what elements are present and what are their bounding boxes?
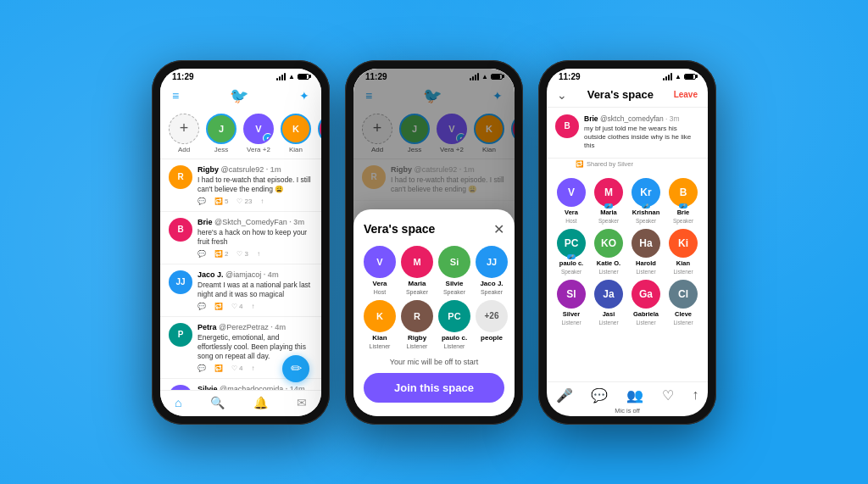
- tab-messages[interactable]: ✉: [297, 396, 307, 409]
- story-kian[interactable]: K Kian: [281, 114, 311, 153]
- space-view-paulo[interactable]: PC 🎤 paulo c. Speaker: [555, 229, 587, 275]
- shared-label: 🔁 Shared by Silver: [547, 159, 708, 171]
- space-view-silver[interactable]: Sl Silver Listener: [555, 280, 587, 325]
- tweet-jaco[interactable]: JJ Jaco J. @iamjacoj · 4m Dreamt I was a…: [160, 264, 321, 317]
- sparkle-icon[interactable]: ✦: [299, 89, 309, 103]
- speaker-mic-badge-4: 🎤: [567, 254, 576, 259]
- wifi-icon-3: ▲: [675, 73, 682, 81]
- tweet-avatar-rigby: R: [169, 165, 192, 189]
- people-button[interactable]: 👥: [626, 387, 643, 403]
- space-modal: Vera's space ✕ V Vera Host M Maria Speak…: [353, 209, 515, 416]
- space-tweet-avatar: B: [555, 114, 579, 138]
- tab-notifications[interactable]: 🔔: [253, 396, 268, 409]
- story-avatar-suze: S: [318, 114, 321, 144]
- space-view-avatar-brie: B 🎤: [669, 178, 698, 207]
- story-avatar-jess: J: [206, 114, 236, 144]
- space-view-avatar-kian: Ki: [669, 229, 698, 258]
- space-people-grid: V Vera Host M Maria Speaker Si Silvie Sp…: [364, 246, 504, 349]
- space-view-gabriela[interactable]: Ga Gabriela Listener: [630, 280, 662, 325]
- story-avatar-kian: K: [281, 114, 311, 144]
- space-view-avatar-gabriela: Ga: [632, 280, 660, 309]
- space-view-avatar-harold: Ha: [632, 229, 660, 258]
- space-view-avatar-krishnan: Kr 🎤: [632, 178, 660, 207]
- story-label-vera: Vera +2: [247, 146, 270, 153]
- space-view-cleve[interactable]: Cl Cleve Listener: [667, 280, 699, 325]
- tweet-avatar-jaco: JJ: [169, 270, 192, 294]
- modal-title: Vera's space: [364, 222, 435, 236]
- modal-header: Vera's space ✕: [364, 221, 504, 237]
- story-vera[interactable]: V● Vera +2: [243, 114, 274, 153]
- more-space-button[interactable]: ↑: [692, 387, 698, 403]
- story-add[interactable]: + Add: [169, 114, 199, 153]
- space-tweet: B Brie @sktch_comedyfan · 3m my bf just …: [547, 108, 708, 159]
- space-avatar-paulo: PC: [438, 300, 470, 332]
- time-3: 11:29: [559, 72, 581, 81]
- space-person-vera[interactable]: V Vera Host: [364, 246, 396, 295]
- story-label-add: Add: [178, 146, 190, 153]
- story-suze[interactable]: S Suze: [318, 114, 321, 153]
- space-view-avatar-katie: KO: [594, 229, 623, 258]
- story-label-kian: Kian: [289, 146, 303, 153]
- modal-close-button[interactable]: ✕: [493, 221, 504, 237]
- story-jess[interactable]: J Jess: [206, 114, 236, 153]
- compose-fab[interactable]: ✏: [282, 355, 309, 382]
- tab-search[interactable]: 🔍: [210, 396, 225, 409]
- space-view-avatar-vera: V: [557, 178, 586, 207]
- space-view-header: ⌄ Vera's space Leave: [547, 83, 708, 108]
- space-tweet-content: Brie @sktch_comedyfan · 3m my bf just to…: [584, 114, 699, 151]
- tweet-brie[interactable]: B Brie @Sktch_ComedyFan · 3m here's a ha…: [160, 212, 321, 264]
- space-view-avatar-cleve: Cl: [669, 280, 698, 309]
- space-view-jasi[interactable]: Ja Jasi Listener: [593, 280, 625, 325]
- space-bottom-bar: 🎤 💬 👥 ♡ ↑: [547, 381, 708, 407]
- status-icons-1: ▲: [276, 73, 309, 81]
- mic-toggle-button[interactable]: 🎤: [556, 387, 573, 403]
- mic-notice: Your mic will be off to start: [364, 358, 504, 366]
- phone-2-screen: 11:29 ▲ ≡ 🐦 ✦ + Add J Jess: [353, 69, 515, 416]
- speaker-mic-badge-3: 🎤: [679, 203, 687, 209]
- tweet-rigby[interactable]: R Rigby @catsrule92 · 1m I had to re-wat…: [160, 159, 321, 212]
- wifi-icon: ▲: [288, 73, 295, 81]
- space-view-katie[interactable]: KO Katie O. Listener: [593, 229, 625, 275]
- twitter-logo: 🐦: [230, 86, 248, 105]
- status-bar-1: 11:29 ▲: [160, 69, 321, 83]
- space-view-kian[interactable]: Ki Kian Listener: [667, 229, 699, 275]
- space-person-paulo[interactable]: PC paulo c. Listener: [438, 300, 470, 349]
- space-avatar-silvie: Si: [438, 246, 470, 278]
- battery-icon-3: [684, 74, 696, 80]
- space-person-plus[interactable]: +26 people: [476, 300, 508, 349]
- bottom-bar-1: ⌂ 🔍 🔔 ✉: [160, 390, 321, 416]
- space-view-brie[interactable]: B 🎤 Brie Speaker: [667, 178, 699, 224]
- space-person-maria[interactable]: M Maria Speaker: [401, 246, 433, 295]
- space-person-jaco[interactable]: JJ Jaco J. Speaker: [476, 246, 508, 295]
- plus-count: +26: [476, 300, 508, 332]
- space-view-krishnan[interactable]: Kr 🎤 Krishnan Speaker: [630, 178, 662, 224]
- share-space-button[interactable]: ♡: [662, 387, 674, 403]
- phone-3: 11:29 ▲ ⌄ Vera's space Leave B Brie: [538, 60, 716, 425]
- space-view-avatar-maria: M 🎤: [594, 178, 623, 207]
- menu-icon[interactable]: ≡: [172, 89, 179, 103]
- space-person-kian[interactable]: K Kian Listener: [364, 300, 396, 349]
- space-person-rigby[interactable]: R Rigby Listener: [401, 300, 433, 349]
- story-avatar-vera: V●: [243, 114, 274, 144]
- leave-space-button[interactable]: Leave: [674, 90, 698, 99]
- time-1: 11:29: [172, 72, 194, 81]
- back-chevron-icon[interactable]: ⌄: [557, 88, 567, 102]
- phone-1-screen: 11:29 ▲ ≡ 🐦 ✦ + Add J: [160, 69, 321, 416]
- emoji-button[interactable]: 💬: [591, 387, 608, 403]
- space-view-avatar-jasi: Ja: [594, 280, 623, 309]
- phone-3-screen: 11:29 ▲ ⌄ Vera's space Leave B Brie: [547, 69, 708, 416]
- space-avatar-vera: V: [364, 246, 396, 278]
- space-view-vera[interactable]: V Vera Host: [555, 178, 587, 224]
- join-space-button[interactable]: Join this space: [364, 373, 504, 403]
- signal-icon-3: [663, 73, 672, 81]
- space-view-maria[interactable]: M 🎤 Maria Speaker: [593, 178, 625, 224]
- space-view-avatar-paulo: PC 🎤: [557, 229, 586, 258]
- tweet-avatar-petra: P: [169, 323, 192, 347]
- battery-icon: [298, 74, 309, 80]
- speaker-mic-badge-2: 🎤: [642, 203, 650, 209]
- add-story-avatar: +: [169, 114, 199, 144]
- stories-row: + Add J Jess V● Vera +2 K Kian S Suze: [160, 108, 321, 159]
- tab-home[interactable]: ⌂: [175, 396, 181, 409]
- space-view-harold[interactable]: Ha Harold Listener: [630, 229, 662, 275]
- space-person-silvie[interactable]: Si Silvie Speaker: [438, 246, 470, 295]
